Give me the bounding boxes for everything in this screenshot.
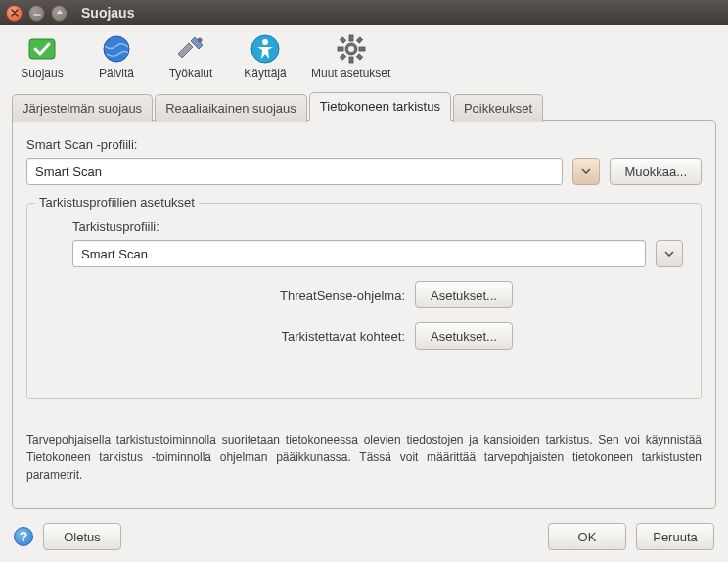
toolbar-label: Työkalut — [169, 67, 213, 80]
inner-profile-label: Tarkistusprofiili: — [72, 219, 683, 234]
toolbar-item-other[interactable]: Muut asetukset — [311, 33, 390, 80]
inner-profile-combo-value: Smart Scan — [81, 247, 148, 261]
ok-button[interactable]: OK — [548, 523, 626, 550]
tools-icon — [175, 33, 206, 65]
svg-rect-0 — [29, 39, 55, 59]
chevron-down-icon — [581, 168, 591, 174]
svg-rect-8 — [338, 47, 343, 51]
minimize-icon[interactable] — [28, 5, 45, 22]
scan-targets-settings-button[interactable]: Asetukset... — [415, 322, 513, 350]
tab-exclusions[interactable]: Poikkeukset — [453, 94, 543, 122]
profile-settings-fieldset: Tarkistusprofiilien asetukset Tarkistusp… — [26, 203, 702, 399]
toolbar-label: Muut asetukset — [311, 67, 390, 80]
svg-rect-9 — [359, 47, 365, 51]
threatsense-settings-button[interactable]: Asetukset... — [415, 281, 513, 308]
maximize-icon[interactable] — [51, 5, 68, 22]
toolbar-item-user[interactable]: Käyttäjä — [237, 33, 294, 80]
threatsense-label: ThreatSense-ohjelma: — [72, 288, 405, 303]
scan-targets-label: Tarkistettavat kohteet: — [72, 329, 405, 344]
svg-rect-10 — [340, 37, 345, 43]
default-button[interactable]: Oletus — [43, 523, 121, 550]
toolbar-label: Käyttäjä — [244, 67, 286, 80]
tab-computer-scan[interactable]: Tietokoneen tarkistus — [309, 92, 451, 121]
tab-realtime-protection[interactable]: Reaaliaikainen suojaus — [155, 94, 307, 122]
chevron-down-icon — [664, 251, 674, 257]
toolbar-item-tools[interactable]: Työkalut — [162, 33, 219, 80]
window-title: Suojaus — [81, 5, 134, 21]
toolbar-label: Suojaus — [21, 67, 63, 80]
profile-combo-value: Smart Scan — [35, 164, 102, 179]
toolbar-item-update[interactable]: Päivitä — [88, 33, 145, 80]
globe-icon — [101, 33, 132, 65]
cancel-button[interactable]: Peruuta — [636, 523, 714, 550]
toolbar-item-protection[interactable]: Suojaus — [14, 33, 70, 80]
description-text: Tarvepohjaisella tarkistustoiminnolla su… — [26, 431, 702, 484]
footer: ? Oletus OK Peruuta — [0, 515, 728, 562]
svg-rect-11 — [356, 54, 362, 60]
tab-panel: Smart Scan -profiili: Smart Scan Muokkaa… — [12, 120, 716, 509]
tabbar: Järjestelmän suojaus Reaaliaikainen suoj… — [12, 92, 716, 121]
help-icon[interactable]: ? — [14, 527, 33, 546]
profile-combo[interactable]: Smart Scan — [26, 158, 563, 185]
svg-point-2 — [198, 38, 203, 43]
titlebar: Suojaus — [0, 0, 728, 25]
shield-check-icon — [26, 33, 58, 65]
close-icon[interactable] — [6, 5, 23, 22]
edit-profile-button[interactable]: Muokkaa... — [610, 158, 702, 185]
toolbar: Suojaus Päivitä Työkalut — [0, 25, 728, 86]
svg-point-4 — [262, 39, 268, 45]
profile-label: Smart Scan -profiili: — [26, 137, 702, 152]
gear-icon — [336, 33, 367, 65]
fieldset-legend: Tarkistusprofiilien asetukset — [35, 195, 199, 210]
svg-rect-7 — [349, 57, 353, 63]
svg-point-14 — [348, 46, 354, 52]
tab-system-protection[interactable]: Järjestelmän suojaus — [12, 94, 153, 122]
svg-point-1 — [104, 36, 129, 62]
profile-combo-arrow[interactable] — [572, 158, 600, 185]
svg-rect-6 — [349, 35, 353, 41]
inner-profile-combo[interactable]: Smart Scan — [72, 240, 646, 267]
svg-rect-12 — [356, 37, 362, 43]
accessibility-icon — [250, 33, 281, 65]
svg-rect-13 — [340, 54, 345, 60]
toolbar-label: Päivitä — [99, 67, 134, 80]
inner-profile-combo-arrow[interactable] — [656, 240, 683, 267]
